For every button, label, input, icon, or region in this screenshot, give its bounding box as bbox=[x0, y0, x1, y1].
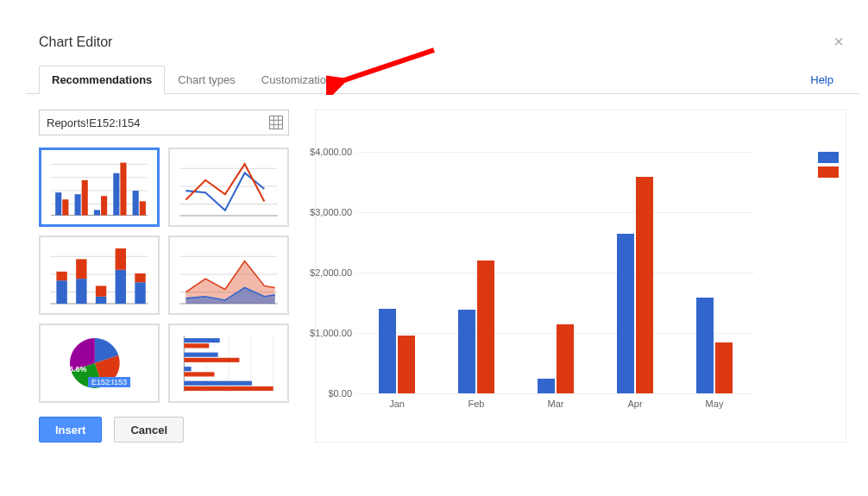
dialog-title: Chart Editor bbox=[26, 13, 859, 66]
bar bbox=[538, 379, 555, 393]
chart-area: $0.00$1,000.00$2,000.00$3,000.00$4,000.0… bbox=[326, 121, 835, 431]
close-icon[interactable]: × bbox=[833, 32, 844, 52]
bar bbox=[557, 324, 574, 394]
svg-rect-19 bbox=[140, 201, 146, 215]
svg-rect-32 bbox=[96, 297, 106, 304]
svg-rect-10 bbox=[55, 192, 61, 215]
svg-rect-13 bbox=[82, 180, 88, 216]
svg-rect-52 bbox=[184, 358, 239, 362]
svg-rect-14 bbox=[94, 210, 100, 215]
bar bbox=[715, 342, 733, 394]
pie-callout-label: E152:I153 bbox=[88, 377, 130, 387]
thumb-grouped-bar[interactable] bbox=[39, 148, 160, 227]
tab-customization[interactable]: Customization bbox=[248, 66, 345, 93]
svg-rect-54 bbox=[184, 372, 214, 376]
svg-rect-29 bbox=[56, 272, 66, 280]
svg-rect-55 bbox=[184, 381, 252, 386]
svg-rect-50 bbox=[184, 343, 209, 348]
bar bbox=[636, 177, 653, 393]
range-input[interactable] bbox=[40, 116, 269, 129]
svg-rect-28 bbox=[56, 280, 66, 304]
svg-rect-37 bbox=[135, 273, 145, 282]
chart-preview: $0.00$1,000.00$2,000.00$3,000.00$4,000.0… bbox=[315, 110, 846, 443]
grid-line bbox=[357, 393, 754, 394]
svg-rect-49 bbox=[184, 338, 219, 342]
svg-rect-12 bbox=[75, 194, 81, 215]
svg-rect-18 bbox=[133, 191, 139, 215]
tab-recommendations[interactable]: Recommendations bbox=[39, 66, 165, 94]
chart-editor-dialog: × Chart Editor Recommendations Chart typ… bbox=[26, 13, 859, 487]
svg-rect-33 bbox=[96, 286, 106, 296]
svg-rect-36 bbox=[135, 282, 145, 304]
x-axis-label: Mar bbox=[548, 399, 564, 409]
thumb-area[interactable] bbox=[168, 235, 289, 315]
thumb-pie[interactable]: 36.6% E152:I153 bbox=[39, 323, 160, 403]
svg-rect-17 bbox=[120, 163, 126, 216]
insert-button[interactable]: Insert bbox=[39, 417, 102, 443]
svg-rect-15 bbox=[101, 196, 107, 215]
svg-rect-35 bbox=[116, 248, 126, 270]
bar bbox=[398, 336, 415, 393]
recommendation-thumbnails: 36.6% E152:I153 bbox=[39, 148, 289, 403]
svg-rect-31 bbox=[76, 259, 86, 279]
x-axis-label: Apr bbox=[627, 399, 642, 409]
y-axis-label: $0.00 bbox=[328, 388, 352, 399]
bar bbox=[617, 234, 634, 393]
thumb-horizontal-bar[interactable] bbox=[168, 323, 289, 403]
x-axis-label: May bbox=[706, 399, 724, 409]
tab-row: Recommendations Chart types Customizatio… bbox=[26, 66, 859, 94]
svg-rect-51 bbox=[184, 353, 217, 357]
grid-line bbox=[357, 273, 754, 273]
grid-line bbox=[357, 212, 754, 213]
grid-line bbox=[357, 152, 754, 153]
bar bbox=[458, 310, 475, 393]
svg-rect-56 bbox=[184, 386, 273, 391]
x-axis-label: Feb bbox=[469, 399, 485, 409]
help-link[interactable]: Help bbox=[810, 66, 833, 93]
bar bbox=[696, 298, 714, 393]
svg-rect-34 bbox=[116, 270, 126, 304]
thumb-line[interactable] bbox=[168, 148, 289, 227]
svg-rect-0 bbox=[270, 116, 283, 129]
cancel-button[interactable]: Cancel bbox=[114, 417, 184, 443]
y-axis-label: $1,000.00 bbox=[310, 328, 352, 338]
svg-rect-30 bbox=[76, 279, 86, 304]
svg-rect-11 bbox=[62, 199, 68, 215]
y-axis-label: $3,000.00 bbox=[310, 207, 352, 217]
y-axis-label: $4,000.00 bbox=[310, 147, 352, 157]
grid-selector-icon[interactable] bbox=[269, 116, 283, 129]
tab-chart-types[interactable]: Chart types bbox=[165, 66, 248, 93]
plot-area: $0.00$1,000.00$2,000.00$3,000.00$4,000.0… bbox=[357, 152, 754, 393]
y-axis-label: $2,000.00 bbox=[310, 267, 352, 278]
svg-rect-16 bbox=[113, 173, 119, 216]
range-input-container bbox=[39, 110, 289, 135]
content-area: 36.6% E152:I153 Insert bbox=[26, 94, 859, 451]
button-row: Insert Cancel bbox=[39, 417, 289, 443]
pie-percent-label: 36.6% bbox=[65, 365, 87, 374]
grid-line bbox=[357, 333, 754, 334]
svg-rect-53 bbox=[184, 367, 191, 371]
bar bbox=[477, 261, 494, 393]
bar bbox=[379, 309, 396, 393]
thumb-stacked-bar[interactable] bbox=[39, 235, 160, 315]
left-column: 36.6% E152:I153 Insert bbox=[39, 110, 289, 443]
x-axis-label: Jan bbox=[389, 399, 405, 409]
